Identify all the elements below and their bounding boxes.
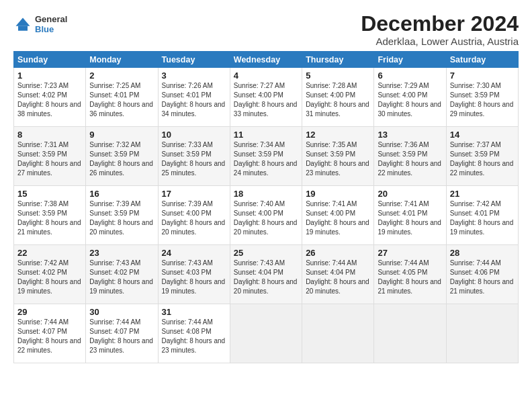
day-number: 13 xyxy=(378,130,442,140)
day-info: Sunrise: 7:44 AMSunset: 4:06 PMDaylight:… xyxy=(450,259,515,296)
weekday-header-thursday: Thursday xyxy=(302,52,374,68)
calendar-cell: 12Sunrise: 7:35 AMSunset: 3:59 PMDayligh… xyxy=(302,127,374,186)
day-info: Sunrise: 7:41 AMSunset: 4:00 PMDaylight:… xyxy=(306,199,370,237)
day-number: 25 xyxy=(234,248,298,258)
logo: General Blue xyxy=(13,15,67,35)
day-number: 1 xyxy=(17,71,82,81)
calendar-cell xyxy=(230,304,302,363)
calendar-cell xyxy=(374,304,446,363)
calendar-cell: 5Sunrise: 7:28 AMSunset: 4:00 PMDaylight… xyxy=(302,68,374,127)
calendar-cell: 2Sunrise: 7:25 AMSunset: 4:01 PMDaylight… xyxy=(86,68,158,127)
calendar-cell: 15Sunrise: 7:38 AMSunset: 3:59 PMDayligh… xyxy=(14,186,86,245)
calendar-cell: 20Sunrise: 7:41 AMSunset: 4:01 PMDayligh… xyxy=(374,186,446,245)
calendar-cell: 1Sunrise: 7:23 AMSunset: 4:02 PMDaylight… xyxy=(14,68,86,127)
day-info: Sunrise: 7:44 AMSunset: 4:05 PMDaylight:… xyxy=(378,259,442,296)
calendar-cell: 10Sunrise: 7:33 AMSunset: 3:59 PMDayligh… xyxy=(158,127,230,186)
calendar-cell: 14Sunrise: 7:37 AMSunset: 3:59 PMDayligh… xyxy=(446,127,518,186)
day-info: Sunrise: 7:28 AMSunset: 4:00 PMDaylight:… xyxy=(306,81,370,119)
day-info: Sunrise: 7:44 AMSunset: 4:07 PMDaylight:… xyxy=(17,318,82,355)
calendar-title: December 2024 xyxy=(361,12,519,36)
day-info: Sunrise: 7:36 AMSunset: 3:59 PMDaylight:… xyxy=(378,140,442,178)
day-info: Sunrise: 7:31 AMSunset: 3:59 PMDaylight:… xyxy=(17,140,82,178)
day-number: 9 xyxy=(89,130,154,140)
calendar-table: SundayMondayTuesdayWednesdayThursdayFrid… xyxy=(13,51,519,363)
day-info: Sunrise: 7:44 AMSunset: 4:04 PMDaylight:… xyxy=(306,259,370,296)
calendar-cell: 31Sunrise: 7:44 AMSunset: 4:08 PMDayligh… xyxy=(158,304,230,363)
calendar-cell: 4Sunrise: 7:27 AMSunset: 4:00 PMDaylight… xyxy=(230,68,302,127)
day-info: Sunrise: 7:39 AMSunset: 4:00 PMDaylight:… xyxy=(162,199,226,237)
day-info: Sunrise: 7:37 AMSunset: 3:59 PMDaylight:… xyxy=(450,140,515,178)
day-number: 22 xyxy=(17,248,82,258)
calendar-cell: 27Sunrise: 7:44 AMSunset: 4:05 PMDayligh… xyxy=(374,245,446,304)
day-number: 29 xyxy=(17,307,82,317)
day-number: 26 xyxy=(306,248,370,258)
svg-marker-0 xyxy=(16,17,30,26)
day-number: 21 xyxy=(450,189,515,199)
page: General Blue December 2024 Aderklaa, Low… xyxy=(0,0,532,411)
day-number: 27 xyxy=(378,248,442,258)
calendar-week-2: 8Sunrise: 7:31 AMSunset: 3:59 PMDaylight… xyxy=(14,127,519,186)
day-number: 12 xyxy=(306,130,370,140)
calendar-cell: 23Sunrise: 7:43 AMSunset: 4:02 PMDayligh… xyxy=(86,245,158,304)
day-number: 16 xyxy=(89,189,154,199)
day-number: 15 xyxy=(17,189,82,199)
logo-general: General xyxy=(35,15,67,25)
calendar-cell: 17Sunrise: 7:39 AMSunset: 4:00 PMDayligh… xyxy=(158,186,230,245)
day-info: Sunrise: 7:42 AMSunset: 4:01 PMDaylight:… xyxy=(450,199,515,237)
day-info: Sunrise: 7:43 AMSunset: 4:04 PMDaylight:… xyxy=(234,259,298,296)
calendar-subtitle: Aderklaa, Lower Austria, Austria xyxy=(361,36,519,47)
day-info: Sunrise: 7:29 AMSunset: 4:00 PMDaylight:… xyxy=(378,81,442,119)
day-number: 19 xyxy=(306,189,370,199)
calendar-week-1: 1Sunrise: 7:23 AMSunset: 4:02 PMDaylight… xyxy=(14,68,519,127)
calendar-cell: 9Sunrise: 7:32 AMSunset: 3:59 PMDaylight… xyxy=(86,127,158,186)
weekday-header-monday: Monday xyxy=(86,52,158,68)
day-info: Sunrise: 7:23 AMSunset: 4:02 PMDaylight:… xyxy=(17,81,82,119)
day-number: 23 xyxy=(89,248,154,258)
weekday-header-friday: Friday xyxy=(374,52,446,68)
calendar-cell xyxy=(446,304,518,363)
calendar-week-3: 15Sunrise: 7:38 AMSunset: 3:59 PMDayligh… xyxy=(14,186,519,245)
day-info: Sunrise: 7:35 AMSunset: 3:59 PMDaylight:… xyxy=(306,140,370,178)
calendar-cell: 22Sunrise: 7:42 AMSunset: 4:02 PMDayligh… xyxy=(14,245,86,304)
day-info: Sunrise: 7:39 AMSunset: 3:59 PMDaylight:… xyxy=(89,199,154,237)
calendar-cell: 19Sunrise: 7:41 AMSunset: 4:00 PMDayligh… xyxy=(302,186,374,245)
weekday-header-tuesday: Tuesday xyxy=(158,52,230,68)
calendar-week-4: 22Sunrise: 7:42 AMSunset: 4:02 PMDayligh… xyxy=(14,245,519,304)
calendar-cell: 24Sunrise: 7:43 AMSunset: 4:03 PMDayligh… xyxy=(158,245,230,304)
day-info: Sunrise: 7:25 AMSunset: 4:01 PMDaylight:… xyxy=(89,81,154,119)
day-info: Sunrise: 7:30 AMSunset: 3:59 PMDaylight:… xyxy=(450,81,515,119)
calendar-cell: 29Sunrise: 7:44 AMSunset: 4:07 PMDayligh… xyxy=(14,304,86,363)
day-info: Sunrise: 7:44 AMSunset: 4:08 PMDaylight:… xyxy=(162,318,226,355)
day-info: Sunrise: 7:38 AMSunset: 3:59 PMDaylight:… xyxy=(17,199,82,237)
day-number: 3 xyxy=(162,71,226,81)
calendar-cell: 16Sunrise: 7:39 AMSunset: 3:59 PMDayligh… xyxy=(86,186,158,245)
day-info: Sunrise: 7:42 AMSunset: 4:02 PMDaylight:… xyxy=(17,259,82,296)
day-info: Sunrise: 7:26 AMSunset: 4:01 PMDaylight:… xyxy=(162,81,226,119)
day-number: 10 xyxy=(162,130,226,140)
calendar-cell: 26Sunrise: 7:44 AMSunset: 4:04 PMDayligh… xyxy=(302,245,374,304)
day-info: Sunrise: 7:32 AMSunset: 3:59 PMDaylight:… xyxy=(89,140,154,178)
header: General Blue December 2024 Aderklaa, Low… xyxy=(13,12,519,47)
day-number: 31 xyxy=(162,307,226,317)
calendar-body: 1Sunrise: 7:23 AMSunset: 4:02 PMDaylight… xyxy=(14,68,519,363)
day-number: 14 xyxy=(450,130,515,140)
weekday-header-sunday: Sunday xyxy=(14,52,86,68)
calendar-cell: 7Sunrise: 7:30 AMSunset: 3:59 PMDaylight… xyxy=(446,68,518,127)
weekday-header-saturday: Saturday xyxy=(446,52,518,68)
calendar-cell: 3Sunrise: 7:26 AMSunset: 4:01 PMDaylight… xyxy=(158,68,230,127)
day-info: Sunrise: 7:27 AMSunset: 4:00 PMDaylight:… xyxy=(234,81,298,119)
calendar-header: SundayMondayTuesdayWednesdayThursdayFrid… xyxy=(14,52,519,68)
day-info: Sunrise: 7:40 AMSunset: 4:00 PMDaylight:… xyxy=(234,199,298,237)
day-info: Sunrise: 7:34 AMSunset: 3:59 PMDaylight:… xyxy=(234,140,298,178)
calendar-cell: 6Sunrise: 7:29 AMSunset: 4:00 PMDaylight… xyxy=(374,68,446,127)
day-info: Sunrise: 7:41 AMSunset: 4:01 PMDaylight:… xyxy=(378,199,442,237)
day-number: 6 xyxy=(378,71,442,81)
calendar-cell: 28Sunrise: 7:44 AMSunset: 4:06 PMDayligh… xyxy=(446,245,518,304)
calendar-cell: 13Sunrise: 7:36 AMSunset: 3:59 PMDayligh… xyxy=(374,127,446,186)
day-number: 30 xyxy=(89,307,154,317)
day-number: 8 xyxy=(17,130,82,140)
day-info: Sunrise: 7:43 AMSunset: 4:02 PMDaylight:… xyxy=(89,259,154,296)
logo-text: General Blue xyxy=(35,15,67,35)
calendar-cell: 25Sunrise: 7:43 AMSunset: 4:04 PMDayligh… xyxy=(230,245,302,304)
day-number: 11 xyxy=(234,130,298,140)
